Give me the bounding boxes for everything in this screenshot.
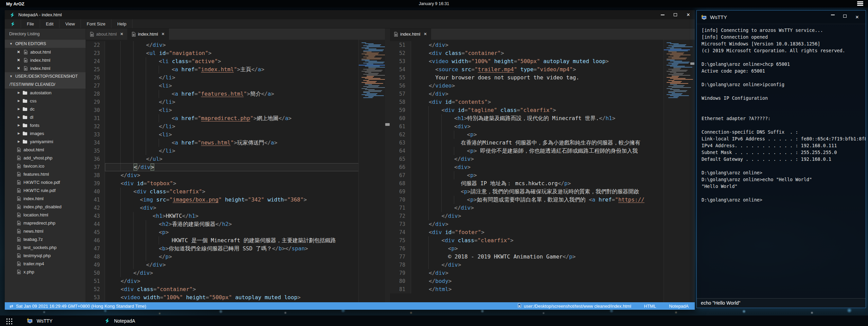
maximize-button[interactable] <box>840 15 850 18</box>
code-line[interactable]: 54 <source src="trailer.mp4" type="video… <box>390 65 695 74</box>
sidebar-file[interactable]: test_sockets.php <box>5 243 86 251</box>
code-line[interactable]: 27 <li> <box>86 82 385 90</box>
code-line[interactable]: 23 <ul id="navigation"> <box>86 49 385 57</box>
menu-item[interactable]: View <box>59 19 81 28</box>
code-line[interactable]: 42 <div> <box>86 204 385 212</box>
code-line[interactable]: 43 <h1>HKWTC</h1> <box>86 212 385 220</box>
editor-tab[interactable]: about.html ✕ <box>86 28 128 40</box>
sidebar-file[interactable]: about.html <box>5 146 86 154</box>
tab-close-icon[interactable]: ✕ <box>120 32 123 36</box>
sidebar-folder[interactable]: ▶ dc <box>5 105 86 113</box>
code-line[interactable]: 58 <div id="contents"> <box>390 98 695 106</box>
code-line[interactable]: 64 <p> 即使你不是建築師，你也能透過紅石師或鐵路工程師的身份加入我 <box>390 147 695 155</box>
code-line[interactable]: 52 <div class="container"> <box>390 49 695 57</box>
code-line[interactable]: 40 <div class="clearfix"> <box>86 188 385 196</box>
close-button[interactable]: ✕ <box>682 10 695 19</box>
sidebar-folder[interactable]: ▶ yamiyamimi <box>5 137 86 146</box>
code-line[interactable]: 70 <p>如有問題或需要申請白名單，歡迎加入我們的 <a href="http… <box>390 196 695 204</box>
maximize-button[interactable] <box>669 10 682 19</box>
code-editor-right[interactable]: 51 </div> 52 <div class="container"> 53 … <box>390 40 695 302</box>
code-line[interactable]: 53 <video width="100%" height="500px" au… <box>86 293 385 302</box>
open-editor-item[interactable]: ✕ index.html <box>5 56 86 64</box>
tab-close-icon[interactable]: ✕ <box>161 32 164 36</box>
code-line[interactable]: 30 <li> <box>86 106 385 114</box>
code-line[interactable]: 46 HKWTC 是一個 Minecraft 的建築伺服器，主要建築計劃包括鐵路 <box>86 236 385 245</box>
sidebar-folder[interactable]: ▶ images <box>5 129 86 137</box>
code-line[interactable]: 72 </div> <box>390 212 695 220</box>
sidebar-file[interactable]: features.html <box>5 170 86 178</box>
code-line[interactable]: 56 </video> <box>390 82 695 90</box>
editor-tab[interactable]: index.html ✕ <box>390 28 431 40</box>
code-line[interactable]: 76 <p> <box>390 245 695 253</box>
code-line[interactable]: 80 </body> <box>390 277 695 285</box>
open-editor-item[interactable]: ✕ about.html <box>5 48 86 56</box>
close-icon[interactable]: ✕ <box>17 58 22 62</box>
menu-item[interactable]: Font Size <box>81 19 111 28</box>
sidebar-folder[interactable]: ▶ fonts <box>5 121 86 129</box>
code-line[interactable]: 61 <div> <box>390 122 695 131</box>
close-button[interactable]: ✕ <box>852 15 862 20</box>
code-line[interactable]: 32 </li> <box>86 122 385 131</box>
wstty-titlebar[interactable]: WsTTY ✕ <box>697 11 866 24</box>
code-line[interactable]: 67 <p> <box>390 171 695 179</box>
code-line[interactable]: 44 <h2>香港的建築伺服器</h2> <box>86 220 385 228</box>
code-line[interactable]: 60 <h1>特別為建築及鐵路而設，現代化的 Minecraft 世界.</h1… <box>390 114 695 122</box>
open-editors-section[interactable]: ▼ OPEN EDITORS <box>5 40 86 48</box>
code-line[interactable]: 69 <p>請注意，我們的伺服器為確保玩家及遊玩時的質素，我們對的服器開啟 <box>390 188 695 196</box>
code-line[interactable]: 55 Your browser does not support the vid… <box>390 74 695 82</box>
code-line[interactable]: 79 </div> <box>390 269 695 277</box>
code-line[interactable]: 24 <li class="active"> <box>86 57 385 65</box>
sidebar-folder[interactable]: ▶ autostation <box>5 89 86 97</box>
code-line[interactable]: 50 </div> <box>86 269 385 277</box>
sidebar-file[interactable]: location.html <box>5 211 86 219</box>
code-line[interactable]: 53 <video width="100%" height="500px" au… <box>390 57 695 65</box>
code-line[interactable]: 47 <b>你知道我們全線伺服器已轉用 SSD 了嗎？</b></span> <box>86 245 385 253</box>
terminal-command-input[interactable]: echo "Hello World" <box>697 298 866 308</box>
code-line[interactable]: 25 <a href="index.html">主頁</a> <box>86 65 385 74</box>
sidebar-file[interactable]: HKWTC notice.pdf <box>5 178 86 186</box>
code-line[interactable]: 74 <div id="footer"> <box>390 228 695 236</box>
code-line[interactable]: 34 <a href="news.html">玩家傳送門</a> <box>86 139 385 147</box>
code-line[interactable]: 31 <a href="mapredirect.php">網上地圖</a> <box>86 114 385 122</box>
code-line[interactable]: 62 <p> <box>390 131 695 139</box>
code-line[interactable]: 81 </html> <box>390 285 695 293</box>
code-line[interactable]: 41 <img src="images/box.png" height="342… <box>86 196 385 204</box>
menu-item[interactable]: Edit <box>40 19 59 28</box>
editor-tab[interactable]: index.html ✕ <box>128 28 169 40</box>
code-line[interactable]: 77 © 2018 - 2019 HKWTC Animation Gamer</… <box>390 253 695 261</box>
hamburger-menu-icon[interactable] <box>857 1 863 6</box>
code-line[interactable]: 37 </div> <box>86 163 385 171</box>
code-line[interactable]: 29 </li> <box>86 98 385 106</box>
code-line[interactable]: 59 <div id="tagline" class="clearfix"> <box>390 106 695 114</box>
code-line[interactable]: 38 </div> <box>86 171 385 179</box>
code-line[interactable]: 63 在香港的Minecraft 伺服器中，多為小遊戲和純生存的伺服器，較少擁有 <box>390 139 695 147</box>
sidebar-file[interactable]: add_vhost.php <box>5 154 86 162</box>
code-line[interactable]: 22 </div> <box>86 41 385 49</box>
notepada-titlebar[interactable]: NotepadA - index.html ✕ <box>5 10 695 19</box>
apps-grid-icon[interactable] <box>5 318 12 324</box>
close-icon[interactable]: ✕ <box>17 66 22 71</box>
sidebar-file[interactable]: news.html <box>5 227 86 235</box>
taskbar-item-wstty[interactable]: WsTTY <box>23 315 56 326</box>
minimap-left[interactable] <box>358 40 385 302</box>
code-line[interactable]: 51 </div> <box>86 277 385 285</box>
splitter-grip[interactable] <box>385 123 390 126</box>
code-editor-left[interactable]: 22 </div> 23 <ul id="navigation"> 24 <li… <box>86 40 385 302</box>
sidebar-file[interactable]: teabag.7z <box>5 235 86 243</box>
pane-splitter[interactable] <box>385 28 390 302</box>
code-line[interactable]: 68 伺服器 IP 地址為： mcs.hkwtc.org</p> <box>390 179 695 188</box>
open-editor-item[interactable]: ✕ index.html <box>5 64 86 72</box>
code-line[interactable]: 78 </div> <box>390 261 695 269</box>
statusbar-filepath[interactable]: user:/Desktop/screenshot/test/www cleane… <box>524 304 631 309</box>
minimap-right[interactable] <box>663 40 690 302</box>
terminal-output[interactable]: [info] Conencting to arozos WsTTY servic… <box>697 24 866 298</box>
sidebar-file[interactable]: index.html <box>5 194 86 203</box>
code-line[interactable]: 45 <p> <box>86 228 385 236</box>
code-line[interactable]: 48 </p> <box>86 253 385 261</box>
code-line[interactable]: 51 </div> <box>390 41 695 49</box>
menu-item[interactable]: File <box>21 19 40 28</box>
sidebar-folder[interactable]: ▶ css <box>5 97 86 105</box>
close-icon[interactable]: ✕ <box>17 50 22 54</box>
code-line[interactable]: 36 </ul> <box>86 155 385 163</box>
minimize-button[interactable] <box>656 10 669 19</box>
